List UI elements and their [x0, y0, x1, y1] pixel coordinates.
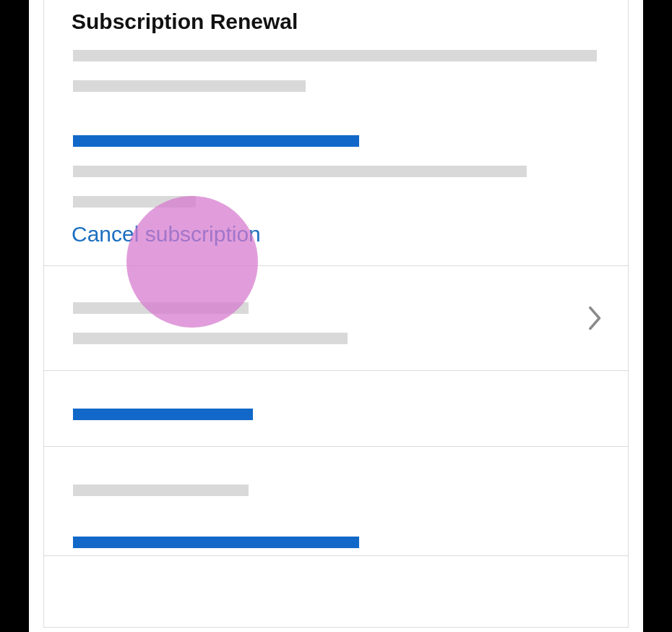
- skeleton-line: [73, 302, 249, 314]
- divider: [44, 555, 628, 556]
- skeleton-line: [73, 333, 348, 344]
- settings-row-1[interactable]: [44, 266, 628, 370]
- subscription-card: Subscription Renewal Cancel subscription: [43, 0, 629, 628]
- settings-row-2[interactable]: [44, 371, 628, 446]
- description-skeleton: [44, 34, 628, 92]
- skeleton-line: [73, 50, 597, 61]
- skeleton-line: [73, 537, 359, 548]
- skeleton-line: [73, 196, 196, 208]
- skeleton-line: [73, 166, 527, 177]
- chevron-right-icon: [587, 305, 603, 331]
- skeleton-line: [73, 80, 306, 92]
- page-background: Subscription Renewal Cancel subscription: [29, 0, 643, 632]
- settings-row-3[interactable]: [44, 447, 628, 555]
- detail-skeleton: [44, 111, 628, 208]
- cancel-subscription-link[interactable]: Cancel subscription: [44, 213, 628, 265]
- skeleton-line: [73, 409, 253, 420]
- skeleton-line: [73, 135, 359, 147]
- section-title: Subscription Renewal: [44, 0, 628, 34]
- skeleton-line: [73, 484, 249, 496]
